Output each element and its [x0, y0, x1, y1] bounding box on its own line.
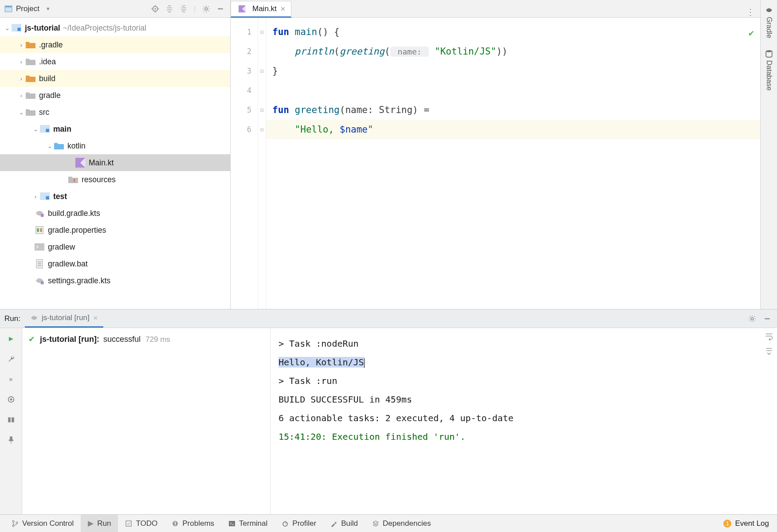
stop-icon[interactable]: ■ [6, 374, 16, 384]
tree-node-settings-gradle[interactable]: · settings.gradle.kts [0, 272, 230, 289]
editor: Main.kt ✕ ⋮ 123 456 ⊟ ⊟ ⊟ ⊟ ✔ fun ma [231, 0, 760, 309]
tree-node-test[interactable]: › test [0, 188, 230, 205]
fold-end-icon[interactable]: ⊟ [258, 120, 266, 139]
code-area[interactable]: ✔ fun main() { println(greeting( name: "… [266, 18, 760, 309]
fold-end-icon[interactable]: ⊟ [258, 61, 266, 81]
editor-tabs: Main.kt ✕ ⋮ [231, 0, 760, 18]
editor-tab-main-kt[interactable]: Main.kt ✕ [231, 1, 291, 18]
layout-icon[interactable] [6, 415, 16, 425]
pin-icon[interactable] [6, 435, 16, 445]
run-label: Run: [4, 314, 20, 323]
gradle-tool-button[interactable]: Gradle [765, 6, 773, 38]
dropdown-icon[interactable]: ▾ [47, 5, 50, 12]
folder-icon [26, 58, 35, 66]
run-tree[interactable]: ✔ js-tutorial [run]: successful 729 ms [22, 328, 271, 514]
terminal-button[interactable]: Terminal [221, 515, 275, 532]
param-hint: name: [390, 47, 429, 57]
tree-node-build[interactable]: › build [0, 70, 230, 87]
folder-icon [26, 108, 35, 116]
svg-rect-23 [35, 243, 44, 251]
run-config-tab[interactable]: js-tutorial [run] ✕ [25, 310, 103, 328]
run-tool-window: Run: js-tutorial [run] ✕ ▶ ■ ✔ js-tutori… [0, 309, 777, 514]
dependencies-button[interactable]: Dependencies [365, 515, 438, 532]
module-icon [40, 125, 50, 133]
run-button[interactable]: ▶ Run [81, 515, 118, 532]
wrench-icon[interactable] [6, 354, 16, 364]
svg-point-8 [205, 8, 208, 10]
svg-point-30 [766, 50, 772, 52]
analysis-ok-icon[interactable]: ✔ [749, 23, 754, 43]
gear-icon[interactable] [747, 313, 757, 324]
line-gutter: 123 456 [231, 18, 258, 309]
fold-icon[interactable]: ⊟ [258, 22, 266, 42]
tree-node-gradle-dir[interactable]: › .gradle [0, 36, 230, 53]
soft-wrap-icon[interactable] [765, 332, 773, 340]
build-button[interactable]: Build [323, 515, 365, 532]
gear-icon[interactable] [201, 4, 212, 14]
todo-icon [125, 520, 132, 527]
profiler-button[interactable]: Profiler [275, 515, 323, 532]
svg-point-34 [10, 399, 12, 401]
rerun-icon[interactable]: ▶ [6, 333, 16, 343]
layers-icon [372, 520, 379, 527]
tree-node-kotlin[interactable]: ⌄ kotlin [0, 137, 230, 154]
collapse-all-icon[interactable] [178, 4, 189, 14]
right-tool-rail: Gradle Database [760, 0, 777, 309]
event-badge: 1 [723, 520, 731, 528]
minimize-icon[interactable] [762, 313, 773, 324]
svg-rect-19 [41, 214, 44, 217]
tree-node-gradlew[interactable]: · gradlew [0, 239, 230, 255]
tree-node-main[interactable]: ⌄ main [0, 121, 230, 137]
svg-rect-16 [75, 179, 76, 182]
svg-rect-18 [46, 196, 49, 200]
scroll-to-end-icon[interactable] [765, 347, 773, 356]
svg-point-37 [12, 520, 14, 522]
tree-node-main-kt[interactable]: · Main.kt [0, 154, 230, 171]
tree-node-idea-dir[interactable]: › .idea [0, 53, 230, 70]
fold-column[interactable]: ⊟ ⊟ ⊟ ⊟ [258, 18, 266, 309]
expand-all-icon[interactable] [164, 4, 175, 14]
more-icon[interactable]: ⋮ [745, 7, 756, 17]
text-file-icon [35, 260, 44, 268]
svg-rect-13 [46, 129, 49, 132]
module-icon [40, 192, 50, 200]
tree-root[interactable]: ⌄ js-tutorial ~/IdeaProjects/js-tutorial [0, 20, 230, 36]
svg-rect-1 [5, 6, 12, 7]
project-tree[interactable]: ⌄ js-tutorial ~/IdeaProjects/js-tutorial… [0, 18, 230, 309]
todo-button[interactable]: TODO [118, 515, 165, 532]
project-icon [4, 5, 12, 13]
fold-icon[interactable]: ⊟ [258, 100, 266, 120]
close-icon[interactable]: ✕ [93, 315, 98, 321]
tree-node-build-gradle[interactable]: · build.gradle.kts [0, 205, 230, 222]
event-log-button[interactable]: 1 Event Log [723, 519, 773, 528]
project-title[interactable]: Project [16, 4, 39, 13]
success-icon: ✔ [28, 335, 35, 344]
svg-point-38 [12, 525, 14, 527]
tree-node-resources[interactable]: · resources [0, 171, 230, 188]
tree-node-src[interactable]: ⌄ src [0, 104, 230, 121]
project-tool-window: Project ▾ | ⌄ js-tutorial ~/IdeaProjects… [0, 0, 231, 309]
console-output[interactable]: > Task :nodeRun Hello, Kotlin/JS > Task … [271, 328, 777, 514]
svg-rect-20 [36, 227, 43, 234]
database-tool-button[interactable]: Database [765, 50, 773, 91]
close-tab-icon[interactable]: ✕ [280, 5, 286, 12]
source-folder-icon [54, 142, 64, 150]
problems-button[interactable]: Problems [165, 515, 221, 532]
tree-node-gradle-props[interactable]: · gradle.properties [0, 222, 230, 239]
watch-icon[interactable] [6, 395, 16, 404]
svg-rect-42 [175, 522, 176, 524]
locate-icon[interactable] [150, 4, 161, 14]
problems-icon [172, 520, 179, 527]
gradle-icon [765, 6, 773, 14]
database-icon [765, 50, 773, 58]
gradle-icon [30, 314, 38, 322]
status-bar: Version Control ▶ Run TODO Problems Term… [0, 514, 777, 532]
tree-node-gradle[interactable]: › gradle [0, 87, 230, 104]
folder-icon [26, 74, 35, 82]
svg-rect-22 [40, 228, 42, 232]
tree-node-gradlew-bat[interactable]: · gradlew.bat [0, 255, 230, 272]
kotlin-file-icon [237, 5, 247, 13]
minimize-icon[interactable] [215, 4, 226, 14]
version-control-button[interactable]: Version Control [4, 515, 81, 532]
svg-rect-28 [41, 281, 44, 284]
